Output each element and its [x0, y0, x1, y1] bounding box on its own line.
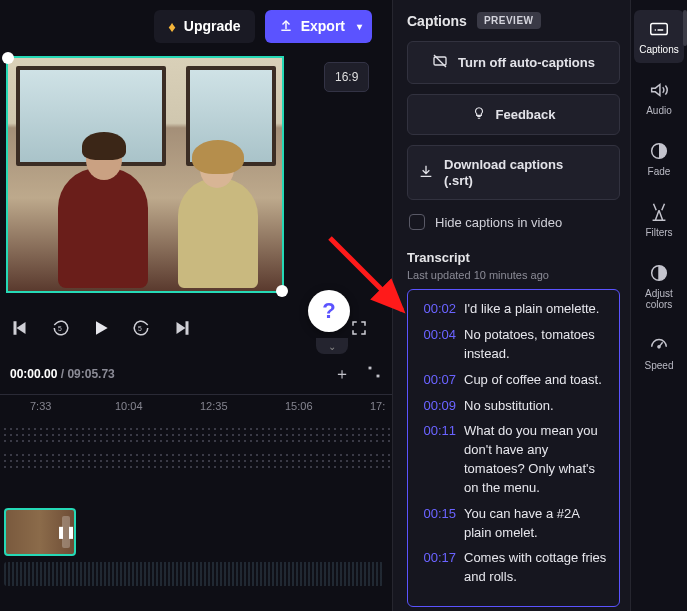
rail-speed[interactable]: Speed	[634, 326, 684, 379]
rail-fade[interactable]: Fade	[634, 132, 684, 185]
captions-panel: Captions PREVIEW Turn off auto-captions …	[392, 0, 630, 611]
transcript-time: 00:17	[418, 549, 456, 587]
upgrade-label: Upgrade	[184, 18, 241, 34]
video-frame	[8, 58, 282, 291]
download-captions-button[interactable]: Download captions (.srt)	[407, 145, 620, 200]
transcript-time: 00:02	[418, 300, 456, 319]
transcript-text: What do you mean you don't have any toma…	[464, 422, 609, 497]
transcript-row[interactable]: 00:04No potatoes, tomatoes instead.	[418, 326, 609, 364]
help-button[interactable]: ?	[308, 290, 350, 332]
skip-back-button[interactable]	[8, 315, 34, 341]
transcript-row[interactable]: 00:15You can have a #2A plain omelet.	[418, 505, 609, 543]
rail-captions[interactable]: Captions	[634, 10, 684, 63]
transcript-time: 00:11	[418, 422, 456, 497]
collapse-timeline-button[interactable]: ⌄	[316, 338, 348, 354]
feedback-button[interactable]: Feedback	[407, 94, 620, 135]
empty-track[interactable]	[0, 450, 392, 468]
audio-waveform[interactable]	[4, 562, 384, 586]
transcript-text: I'd like a plain omelette.	[464, 300, 599, 319]
fit-timeline-button[interactable]	[366, 364, 382, 384]
transcript-text: No potatoes, tomatoes instead.	[464, 326, 609, 364]
add-track-button[interactable]: ＋	[334, 364, 350, 385]
chevron-down-icon: ▾	[357, 21, 362, 32]
transcript-time: 00:04	[418, 326, 456, 364]
resize-handle-top-left[interactable]	[2, 52, 14, 64]
transcript-row[interactable]: 00:17Comes with cottage fries and rolls.	[418, 549, 609, 587]
transcript-box[interactable]: 00:02I'd like a plain omelette.00:04No p…	[407, 289, 620, 607]
transcript-row[interactable]: 00:09No substitution.	[418, 397, 609, 416]
chevron-down-icon: ⌄	[328, 341, 336, 352]
transcript-text: No substitution.	[464, 397, 554, 416]
captions-off-icon	[432, 53, 448, 72]
svg-point-8	[658, 346, 660, 348]
svg-text:5: 5	[58, 325, 62, 332]
rail-scrollbar[interactable]	[683, 10, 687, 46]
timeline-ruler[interactable]: 7:33 10:04 12:35 15:06 17:	[0, 394, 392, 416]
forward-5-button[interactable]: 5	[128, 315, 154, 341]
rewind-5-button[interactable]: 5	[48, 315, 74, 341]
aspect-ratio-button[interactable]: 16:9	[324, 62, 369, 92]
hide-captions-checkbox[interactable]: Hide captions in video	[407, 210, 620, 244]
panel-title: Captions	[407, 13, 467, 29]
premium-icon: ♦	[168, 18, 176, 35]
svg-text:5: 5	[138, 325, 142, 332]
play-button[interactable]	[88, 315, 114, 341]
export-label: Export	[301, 18, 345, 34]
transcript-time: 00:15	[418, 505, 456, 543]
transcript-text: Comes with cottage fries and rolls.	[464, 549, 609, 587]
transcript-row[interactable]: 00:07Cup of coffee and toast.	[418, 371, 609, 390]
svg-rect-5	[651, 24, 668, 35]
transcript-row[interactable]: 00:02I'd like a plain omelette.	[418, 300, 609, 319]
rail-audio[interactable]: Audio	[634, 71, 684, 124]
video-preview[interactable]	[6, 56, 284, 293]
preview-badge: PREVIEW	[477, 12, 541, 29]
turn-off-auto-captions-button[interactable]: Turn off auto-captions	[407, 41, 620, 84]
rail-adjust-colors[interactable]: Adjust colors	[634, 254, 684, 318]
transcript-text: Cup of coffee and toast.	[464, 371, 602, 390]
upload-icon	[279, 18, 293, 35]
transcript-text: You can have a #2A plain omelet.	[464, 505, 609, 543]
clip-handle-icon[interactable]: ❚❚	[62, 516, 70, 548]
skip-forward-button[interactable]	[168, 315, 194, 341]
checkbox-icon	[409, 214, 425, 230]
transcript-row[interactable]: 00:11What do you mean you don't have any…	[418, 422, 609, 497]
timeline-tracks[interactable]: ❚❚	[0, 416, 392, 611]
timecode: 00:00.00 / 09:05.73	[10, 367, 115, 381]
upgrade-button[interactable]: ♦ Upgrade	[154, 10, 254, 43]
last-updated-text: Last updated 10 minutes ago	[407, 269, 620, 281]
download-icon	[418, 163, 434, 182]
resize-handle-bottom-right[interactable]	[276, 285, 288, 297]
export-button[interactable]: Export ▾	[265, 10, 372, 43]
svg-rect-3	[186, 322, 188, 334]
lightbulb-icon	[472, 106, 486, 123]
question-icon: ?	[322, 298, 335, 324]
fullscreen-button[interactable]	[346, 315, 372, 341]
svg-rect-0	[14, 322, 16, 334]
tool-rail: Captions Audio Fade Filters Adjust color…	[630, 0, 687, 611]
empty-track[interactable]	[0, 424, 392, 442]
transcript-time: 00:09	[418, 397, 456, 416]
rail-filters[interactable]: Filters	[634, 193, 684, 246]
transcript-heading: Transcript	[407, 250, 620, 265]
transcript-time: 00:07	[418, 371, 456, 390]
video-clip[interactable]: ❚❚	[4, 508, 76, 556]
